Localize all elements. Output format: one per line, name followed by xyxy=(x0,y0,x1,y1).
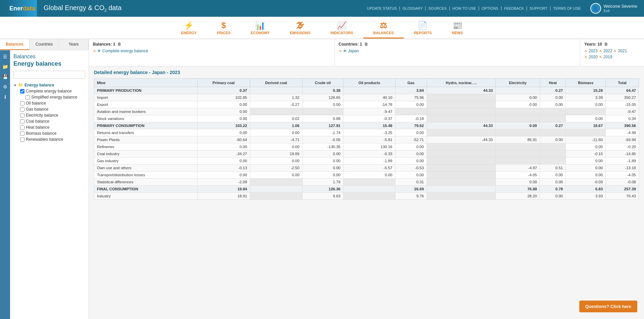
feedback-link[interactable]: FEEDBACK xyxy=(501,6,527,10)
col-biomass: Biomass xyxy=(566,79,606,87)
update-status-link[interactable]: UPDATE STATUS xyxy=(364,6,400,10)
glossary-link[interactable]: GLOSSARY xyxy=(400,6,426,10)
news-icon: 📰 xyxy=(452,21,463,30)
nav-emissions-label: EMISSIONS xyxy=(290,31,310,35)
coal-balance-checkbox[interactable] xyxy=(20,119,24,124)
tree-item-oil-balance[interactable]: Oil balance xyxy=(13,100,85,106)
sidebar-btn-3[interactable]: 💾 xyxy=(1,72,9,81)
cell-value: 28.20 xyxy=(496,193,540,200)
balances-icon: ⚖ xyxy=(380,21,387,30)
options-link[interactable]: OPTIONS xyxy=(479,6,501,10)
remove-2022-icon[interactable]: ✕ xyxy=(599,49,602,53)
countries-trash-icon[interactable]: 🗑 xyxy=(364,42,368,47)
cell-value: -4.99 xyxy=(606,129,639,136)
cell-value: -2.50 xyxy=(250,165,302,172)
row-label: Transport/distribution losses xyxy=(94,172,198,179)
cell-value: -14.85 xyxy=(606,150,639,157)
country-eye-icon[interactable]: 👁 xyxy=(343,49,347,53)
nav-economy[interactable]: 📊 ECONOMY xyxy=(240,19,280,39)
row-label: Stock variations xyxy=(94,115,198,122)
table-section: Detailed energy balance - Japan - 2023 M… xyxy=(89,66,644,203)
nav-news[interactable]: 📰 NEWS xyxy=(442,19,473,39)
tree-item-coal-balance[interactable]: Coal balance xyxy=(13,118,85,124)
nav-reports[interactable]: 📄 REPORTS xyxy=(404,19,442,39)
year-2020-label: 2020 xyxy=(589,55,598,59)
cell-value: -34.27 xyxy=(197,150,250,157)
nav-energy[interactable]: ⚡ ENERGY xyxy=(171,19,207,39)
cell-value xyxy=(427,193,496,200)
sidebar-search-input[interactable] xyxy=(13,71,85,79)
support-link[interactable]: SUPPORT xyxy=(527,6,550,10)
sidebar-btn-1[interactable]: ☰ xyxy=(1,52,9,61)
balances-trash-icon[interactable]: 🗑 xyxy=(117,42,121,47)
cell-value: 0.37 xyxy=(197,87,250,94)
nav-prices[interactable]: $ PRICES xyxy=(207,19,240,39)
remove-2020-icon[interactable]: ✕ xyxy=(584,55,587,59)
balances-filter-label: Balances: 1 xyxy=(93,42,115,47)
nav-emissions[interactable]: 🌫 EMISSIONS xyxy=(280,19,320,39)
tree-item-simplified-balance[interactable]: Simplified energy balance xyxy=(13,94,85,100)
eye-icon[interactable]: 👁 xyxy=(97,49,101,53)
nav-indicators[interactable]: 📈 INDICATORS xyxy=(320,19,363,39)
nav-balances[interactable]: ⚖ BALANCES xyxy=(363,19,404,39)
top-nav-links: UPDATE STATUS GLOSSARY SOURCES HOW TO US… xyxy=(364,6,583,10)
tree-item-electricity-balance[interactable]: Electricity balance xyxy=(13,112,85,118)
cell-value: -9.47 xyxy=(343,108,395,115)
user-label: Welcome Séverine xyxy=(604,4,638,9)
tab-years[interactable]: Years xyxy=(59,39,89,50)
tree-item-renewables-balance[interactable]: Renewables balance xyxy=(13,136,85,142)
sidebar-btn-4[interactable]: ⚙ xyxy=(1,82,9,91)
cell-value: 0.00 xyxy=(395,172,427,179)
cell-value: 0.00 xyxy=(540,172,566,179)
nav-prices-label: PRICES xyxy=(217,31,230,35)
renewables-balance-checkbox[interactable] xyxy=(20,137,24,142)
tree-item-heat-balance[interactable]: Heat balance xyxy=(13,124,85,130)
remove-balance-icon[interactable]: ✕ xyxy=(93,49,96,53)
heat-balance-checkbox[interactable] xyxy=(20,125,24,130)
tab-countries[interactable]: Countries xyxy=(30,39,59,50)
remove-2023-icon[interactable]: ✕ xyxy=(584,49,587,53)
cell-value: 0.00 xyxy=(566,165,606,172)
cell-value: 0.00 xyxy=(197,101,250,108)
tree-item-energy-balance[interactable]: ▼ 📁 Energy balance xyxy=(13,82,85,88)
remove-2019-icon[interactable]: ✕ xyxy=(599,55,602,59)
cell-value: 0.31 xyxy=(395,179,427,186)
tree-item-complete-balance[interactable]: Complete energy balance xyxy=(13,88,85,94)
sources-link[interactable]: SOURCES xyxy=(426,6,449,10)
cell-value: 0.00 xyxy=(496,179,540,186)
biomass-balance-checkbox[interactable] xyxy=(20,131,24,136)
oil-balance-checkbox[interactable] xyxy=(20,101,24,106)
cell-value: 0.00 xyxy=(302,157,343,165)
cell-value: 9.63 xyxy=(302,193,343,200)
cell-value xyxy=(250,186,302,193)
cell-value: -0.53 xyxy=(395,165,427,172)
cell-value: -0.20 xyxy=(606,143,639,150)
years-trash-icon[interactable]: 🗑 xyxy=(604,42,608,47)
cell-value xyxy=(250,87,302,94)
row-label: Own use and others xyxy=(94,165,198,172)
cell-value xyxy=(427,143,496,150)
gas-balance-checkbox[interactable] xyxy=(20,107,24,112)
years-filter-label: Years: 10 xyxy=(584,42,602,47)
terms-link[interactable]: TERMS OF USE xyxy=(550,6,584,10)
table-row: FINAL CONSUMPTION19.84126.3626.6976.880.… xyxy=(94,186,639,193)
cell-value xyxy=(496,129,540,136)
electricity-balance-checkbox[interactable] xyxy=(20,113,24,118)
remove-country-icon[interactable]: ✕ xyxy=(339,49,342,53)
complete-balance-checkbox[interactable] xyxy=(20,89,24,93)
col-heat: Heat xyxy=(540,79,566,87)
tab-balances[interactable]: Balances xyxy=(0,39,30,50)
simplified-balance-checkbox[interactable] xyxy=(25,95,30,100)
exit-link[interactable]: Exit xyxy=(604,9,638,13)
sidebar-btn-2[interactable]: 📁 xyxy=(1,62,9,71)
cell-value: -14.78 xyxy=(343,101,395,108)
cell-value: 390.56 xyxy=(606,122,639,129)
how-to-use-link[interactable]: HOW TO USE xyxy=(450,6,479,10)
tree-item-biomass-balance[interactable]: Biomass balance xyxy=(13,130,85,136)
row-label: Export xyxy=(94,101,198,108)
help-button[interactable]: Questions? Click here xyxy=(579,301,637,312)
sidebar-btn-5[interactable]: ℹ xyxy=(1,92,9,101)
remove-2021-icon[interactable]: ✕ xyxy=(613,49,616,53)
cell-value: -0.09 xyxy=(566,179,606,186)
tree-item-gas-balance[interactable]: Gas balance xyxy=(13,106,85,112)
